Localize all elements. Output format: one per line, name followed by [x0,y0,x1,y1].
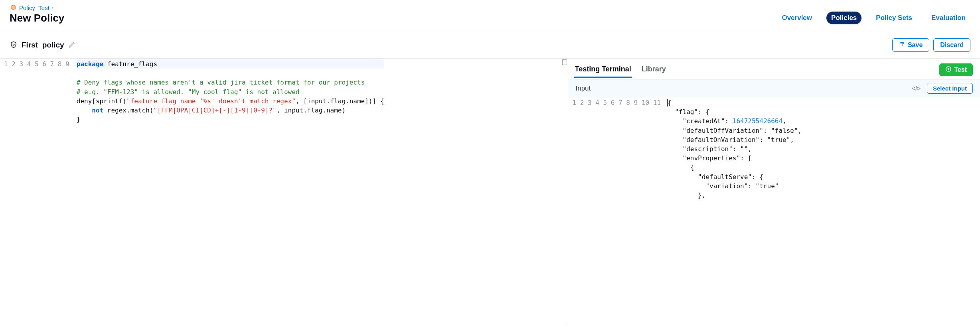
tab-policy-sets[interactable]: Policy Sets [871,12,917,24]
editor-split: 1 2 3 4 5 6 7 8 9 package feature_flags … [0,58,980,323]
tab-library[interactable]: Library [641,62,667,78]
input-label: Input [575,85,591,93]
tab-evaluation[interactable]: Evaluation [927,12,970,24]
tab-testing-terminal[interactable]: Testing Terminal [574,62,632,78]
input-json-editor[interactable]: { "flag": { "createdAt": 1647255426664, … [666,97,806,201]
tab-overview[interactable]: Overview [777,12,817,24]
test-button-label: Test [954,66,967,73]
save-button[interactable]: Save [892,38,929,52]
shield-check-icon [10,41,18,50]
save-button-label: Save [908,41,923,49]
page-header: Policy_Test › New Policy Overview Polici… [0,0,980,31]
policy-name: First_policy [22,41,64,49]
discard-button[interactable]: Discard [933,38,970,52]
chevron-right-icon: › [52,4,54,11]
pencil-icon[interactable] [68,41,75,49]
breadcrumb: Policy_Test › [10,4,64,11]
right-gutter: 1 2 3 4 5 6 7 8 9 10 11 [568,97,666,201]
right-panel: Testing Terminal Library Test Input </> … [568,59,980,323]
project-logo-icon [10,4,17,11]
select-input-button[interactable]: Select Input [927,83,973,94]
input-bar: Input </> Select Input [568,79,980,97]
left-code[interactable]: package feature_flags # Deny flags whose… [75,59,388,144]
code-braces-icon[interactable]: </> [912,85,921,92]
tab-policies[interactable]: Policies [826,12,861,24]
right-tabs: Testing Terminal Library Test [568,59,980,78]
policy-code-editor[interactable]: 1 2 3 4 5 6 7 8 9 package feature_flags … [0,59,568,323]
test-button[interactable]: Test [939,63,973,76]
left-gutter: 1 2 3 4 5 6 7 8 9 [0,59,75,144]
policy-toolbar: First_policy Save Discard [0,31,980,58]
page-title: New Policy [10,12,64,24]
minimap-icon [562,59,567,65]
play-icon [945,66,952,74]
breadcrumb-project-link[interactable]: Policy_Test [19,4,49,11]
discard-button-label: Discard [940,41,964,49]
top-tabs: Overview Policies Policy Sets Evaluation [777,12,970,24]
upload-icon [899,41,905,49]
